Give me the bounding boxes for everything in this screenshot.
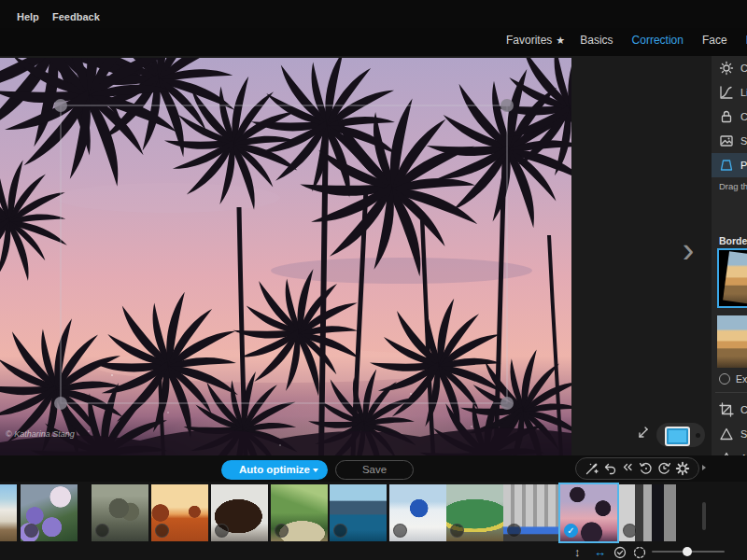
magic-wand-icon[interactable]	[585, 461, 599, 476]
border-preview	[719, 250, 747, 306]
thumbnail-checkbox[interactable]	[564, 524, 578, 538]
tab[interactable]: Favorites ★	[506, 34, 565, 47]
panel-divider	[715, 392, 747, 393]
lock-icon	[719, 109, 734, 124]
thumbnail-checkbox[interactable]	[24, 524, 38, 538]
filmstrip-thumbnail[interactable]	[446, 484, 503, 541]
thumbnail-image	[0, 484, 17, 541]
save-button[interactable]: Save	[335, 460, 414, 480]
filmstrip-thumbnail[interactable]	[271, 484, 328, 541]
tab-label: Basics	[580, 34, 613, 47]
settings-gear-icon[interactable]	[675, 461, 690, 476]
perspective-hint: Drag the corner points	[719, 181, 747, 191]
border-option-extended[interactable]	[717, 315, 747, 368]
tool-perspective[interactable]: Perspective	[712, 153, 747, 177]
fit-height-icon[interactable]: ↕	[574, 545, 581, 559]
chevron-down-icon	[313, 469, 318, 472]
tab-label: Correction	[632, 34, 684, 47]
perspective-icon	[719, 158, 734, 173]
collapse-icon[interactable]	[634, 426, 651, 442]
menubar: Help Feedback	[0, 0, 747, 28]
filmstrip-thumbnail[interactable]	[619, 484, 676, 541]
sun-icon	[719, 61, 734, 76]
action-bar: Auto optimize Save	[0, 455, 747, 482]
toggle-dot	[696, 433, 700, 438]
fit-width-icon[interactable]: ↔	[594, 545, 606, 559]
tool-label: Light	[740, 87, 747, 98]
filmstrip-thumbnail[interactable]	[21, 484, 78, 541]
tool-label: Perspective	[740, 160, 747, 171]
photo-editor-window: Help Feedback Favorites ★ Basics Correct…	[0, 0, 747, 560]
undo-all-icon[interactable]	[621, 461, 636, 476]
zoom-controls: ↕ ↔	[0, 545, 747, 560]
filmstrip-thumbnail[interactable]	[211, 484, 268, 541]
tool-label: Colors	[740, 111, 747, 122]
photo-palm-sunset: © Katharina Stang	[0, 58, 571, 455]
tool-label: Sharpen	[740, 428, 747, 440]
grid-handle-bottom-left[interactable]	[54, 397, 67, 410]
tool-light[interactable]: Light	[712, 80, 747, 105]
tool-label: Straighten	[740, 135, 747, 147]
thumbnail-checkbox[interactable]	[393, 524, 407, 538]
image-icon	[719, 133, 734, 148]
thumbnail-checkbox[interactable]	[95, 524, 109, 538]
thumbnail-checkbox[interactable]	[507, 524, 521, 538]
filmstrip-thumbnail[interactable]	[0, 484, 17, 541]
rotate-left-icon[interactable]	[639, 461, 654, 476]
menu-feedback[interactable]: Feedback	[52, 11, 100, 22]
tool-label: Contrast	[740, 63, 747, 74]
filmstrip-thumbnail[interactable]	[92, 484, 148, 541]
compare-view-icon	[665, 427, 690, 446]
tool-straighten[interactable]: Straighten	[712, 129, 747, 153]
extend-label: Extend	[736, 373, 747, 385]
mode-tabs: Favorites ★ Basics Correction Face Effec…	[506, 34, 747, 47]
fit-screen-icon[interactable]	[613, 546, 627, 559]
favorites-star-icon: ★	[556, 35, 565, 47]
border-option-transparent[interactable]	[717, 248, 747, 308]
compare-view-toggle[interactable]	[656, 423, 705, 447]
triangle-icon	[719, 427, 734, 441]
tool-crop[interactable]: Crop	[712, 398, 747, 422]
tab-label: Face	[702, 34, 727, 47]
filmstrip-thumbnail[interactable]	[389, 484, 446, 541]
auto-optimize-button[interactable]: Auto optimize	[221, 460, 328, 480]
zoom-slider-knob[interactable]	[683, 547, 692, 556]
auto-optimize-label: Auto optimize	[239, 464, 310, 475]
menu-help[interactable]: Help	[17, 11, 39, 22]
tool-contrast[interactable]: Contrast	[712, 56, 747, 80]
toolbar-expand-caret[interactable]	[702, 465, 706, 470]
tool-colors[interactable]: Colors	[712, 105, 747, 129]
extend-radio[interactable]: Extend	[719, 373, 747, 385]
thumbnail-checkbox[interactable]	[623, 524, 637, 538]
undo-icon[interactable]	[603, 461, 618, 476]
filmstrip-scrollbar[interactable]	[702, 502, 706, 530]
thumbnail-checkbox[interactable]	[450, 524, 464, 538]
tab[interactable]: Correction	[632, 34, 687, 47]
grid-handle-top-right[interactable]	[500, 99, 514, 112]
thumbnail-checkbox[interactable]	[215, 524, 229, 538]
next-image-chevron[interactable]: ›	[676, 230, 700, 273]
tab[interactable]: Face	[702, 34, 731, 47]
tab[interactable]: Basics	[580, 34, 616, 47]
tool-sharpen[interactable]: Sharpen	[712, 422, 747, 446]
grid-handle-top-left[interactable]	[54, 99, 67, 112]
curves-icon	[719, 85, 734, 100]
photo-copyright: © Katharina Stang	[6, 429, 75, 439]
filmstrip-thumbnail[interactable]	[330, 484, 387, 541]
history-toolbar	[575, 457, 699, 480]
border-label: Border:	[719, 235, 747, 246]
rotate-right-icon[interactable]	[656, 461, 671, 476]
crop-icon	[719, 402, 734, 417]
thumbnail-checkbox[interactable]	[155, 524, 169, 538]
grid-handle-bottom-right[interactable]	[500, 397, 514, 410]
tool-label: Crop	[740, 404, 747, 415]
original-size-icon[interactable]	[633, 546, 646, 559]
thumbnail-checkbox[interactable]	[275, 524, 289, 538]
radio-icon	[719, 373, 730, 385]
thumbnail-checkbox[interactable]	[333, 524, 347, 538]
border-preview	[717, 315, 747, 368]
filmstrip-thumbnail[interactable]	[151, 484, 208, 541]
tab-label: Favorites	[506, 34, 552, 47]
filmstrip-thumbnail[interactable]	[560, 484, 617, 541]
filmstrip-thumbnail[interactable]	[503, 484, 560, 541]
